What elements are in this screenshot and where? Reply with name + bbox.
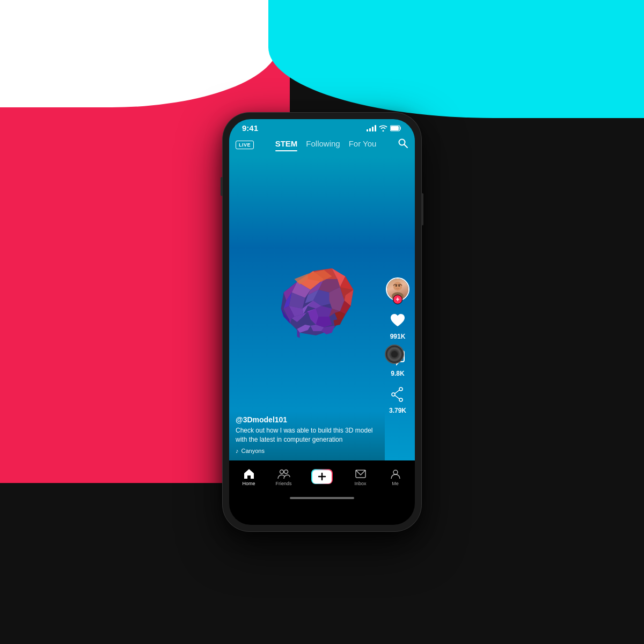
nav-home-label: Home — [242, 481, 255, 486]
music-note-icon: ♪ — [236, 448, 239, 454]
phone-wrapper: 9:41 — [223, 113, 421, 531]
nav-inbox[interactable]: Inbox — [343, 468, 378, 486]
nav-me[interactable]: Me — [378, 468, 413, 486]
svg-point-58 — [393, 470, 398, 474]
svg-line-3 — [405, 145, 408, 148]
comment-count: 9.8K — [391, 370, 404, 377]
music-name: Canyons — [241, 448, 265, 454]
home-indicator — [290, 497, 354, 499]
nav-friends-label: Friends — [275, 481, 291, 486]
nav-friends[interactable]: Friends — [266, 468, 301, 486]
live-button[interactable]: LIVE — [236, 141, 254, 149]
share-icon — [386, 383, 409, 406]
nav-inbox-label: Inbox — [354, 481, 366, 486]
profile-icon — [390, 468, 401, 480]
follow-plus-button[interactable]: + — [393, 295, 402, 304]
plus-icon — [318, 472, 326, 481]
tab-for-you[interactable]: For You — [349, 139, 377, 150]
home-bar — [229, 493, 415, 503]
bottom-nav: Home Friends — [229, 460, 415, 493]
search-button[interactable] — [398, 138, 408, 151]
nav-home[interactable]: Home — [231, 468, 266, 486]
brain-image — [254, 250, 378, 357]
svg-point-41 — [393, 282, 402, 290]
add-button-inner — [312, 470, 332, 484]
video-area: + 991K — [229, 157, 415, 460]
avatar-container: + — [386, 277, 409, 301]
phone-screen: 9:41 — [229, 119, 415, 525]
nav-add[interactable] — [301, 469, 343, 485]
caption-text: Check out how I was able to build this 3… — [236, 426, 378, 444]
svg-marker-33 — [334, 319, 343, 326]
wifi-icon — [379, 125, 387, 131]
svg-point-43 — [396, 285, 397, 287]
svg-line-51 — [395, 390, 400, 394]
svg-point-44 — [398, 285, 400, 287]
status-bar: 9:41 — [229, 119, 415, 135]
nav-me-label: Me — [392, 481, 399, 486]
username: @3Dmodel101 — [236, 415, 378, 424]
svg-point-54 — [284, 470, 288, 474]
search-icon — [398, 138, 408, 149]
friends-icon — [277, 468, 290, 480]
svg-point-53 — [280, 470, 283, 474]
top-nav: LIVE STEM Following For You — [229, 135, 415, 157]
video-caption: @3Dmodel101 Check out how I was able to … — [229, 411, 385, 460]
music-disc-container — [385, 345, 404, 364]
like-count: 991K — [390, 333, 406, 340]
music-row: ♪ Canyons — [236, 448, 378, 454]
home-icon — [243, 468, 255, 480]
phone-shell: 9:41 — [223, 113, 421, 531]
svg-rect-1 — [391, 126, 399, 130]
like-icon — [386, 309, 409, 332]
share-count: 3.79K — [389, 407, 406, 414]
tab-stem[interactable]: STEM — [275, 139, 298, 150]
status-time: 9:41 — [242, 123, 258, 133]
status-icons — [367, 125, 402, 131]
right-actions: + 991K — [386, 277, 409, 418]
add-button[interactable] — [311, 469, 333, 484]
share-button[interactable]: 3.79K — [386, 383, 409, 414]
signal-icon — [367, 125, 376, 131]
music-disc-center — [391, 351, 398, 357]
svg-line-52 — [395, 396, 400, 399]
nav-tabs: STEM Following For You — [275, 139, 377, 150]
tab-following[interactable]: Following — [306, 139, 340, 150]
inbox-icon — [355, 468, 367, 480]
like-button[interactable]: 991K — [386, 309, 409, 340]
battery-icon — [390, 125, 402, 131]
music-disc — [385, 345, 404, 364]
